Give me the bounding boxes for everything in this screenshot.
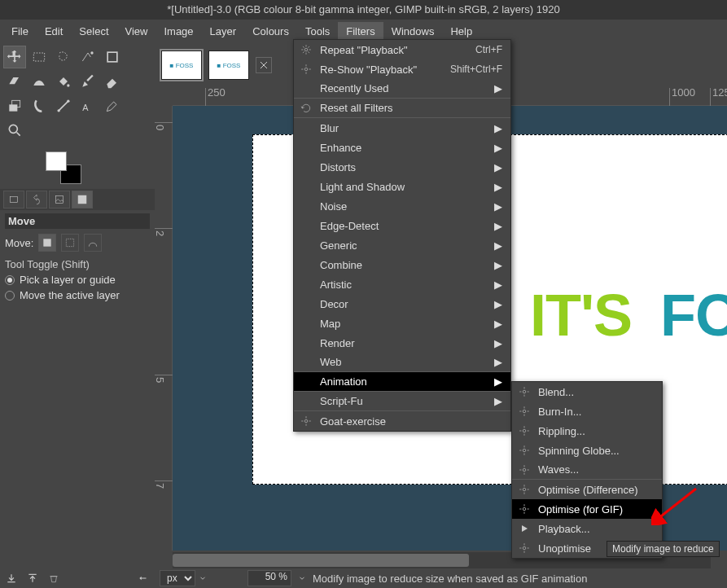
dock-tab-images[interactable] (49, 191, 70, 208)
filters-render[interactable]: Render▶ (294, 333, 510, 353)
filters-artistic[interactable]: Artistic▶ (294, 274, 510, 294)
window-title: *[Untitled]-3.0 (RGB colour 8-bit gamma … (0, 0, 727, 20)
tool-smudge[interactable] (28, 94, 50, 117)
move-mode-label: Move: (5, 237, 33, 249)
dock-tab-device-status[interactable] (3, 191, 24, 208)
svg-point-1 (90, 51, 93, 54)
tool-free-select[interactable] (52, 46, 75, 68)
filters-script-fu[interactable]: Script-Fu▶ (294, 392, 510, 411)
filters-recently-used[interactable]: Recently Used▶ (294, 79, 510, 99)
animation-rippling[interactable]: Rippling... (512, 421, 662, 441)
menu-windows[interactable]: Windows (383, 22, 443, 41)
zoom-level[interactable]: 50 % (247, 570, 291, 586)
filters-reshow[interactable]: Re-Show "Playback" Shift+Ctrl+F (294, 59, 510, 79)
dock-tabs (0, 189, 155, 210)
dock-tab-undo-history[interactable] (26, 191, 47, 208)
close-icon (259, 60, 269, 70)
animation-playback[interactable]: Playback... (512, 519, 662, 538)
animation-burnin[interactable]: Burn-In... (512, 402, 662, 421)
tool-color-picker[interactable] (101, 94, 124, 117)
menu-file[interactable]: File (3, 22, 37, 41)
image-tab-close[interactable] (256, 57, 272, 73)
canvas-text-its: IT'S (530, 282, 632, 349)
animation-optimise-difference[interactable]: Optimise (Difference) (512, 480, 662, 499)
move-mode-path[interactable] (84, 234, 102, 252)
scrollbar-thumb[interactable] (173, 554, 469, 567)
filters-web[interactable]: Web▶ (294, 353, 510, 372)
unit-select[interactable]: px (160, 570, 195, 586)
animation-spinning-globe[interactable]: Spinning Globe... (512, 441, 662, 460)
bottom-restore-icon[interactable] (24, 570, 41, 586)
tool-paintbrush[interactable] (77, 70, 99, 93)
menu-image[interactable]: Image (155, 22, 201, 41)
svg-point-7 (67, 100, 69, 103)
filters-generic[interactable]: Generic▶ (294, 235, 510, 255)
bottom-delete-icon[interactable] (46, 570, 62, 586)
fg-color-swatch[interactable] (46, 151, 67, 171)
animation-blend[interactable]: Blend... (512, 382, 662, 402)
tool-paths[interactable] (52, 94, 75, 117)
menu-help[interactable]: Help (442, 22, 480, 41)
animation-optimise-gif[interactable]: Optimise (for GIF) (512, 499, 662, 519)
svg-rect-4 (9, 104, 17, 111)
ruler-h-tick: 1250 (710, 88, 727, 106)
svg-point-19 (523, 410, 526, 413)
dock-tab-tool-options[interactable] (72, 191, 93, 208)
filters-goat-exercise[interactable]: Goat-exercise (294, 411, 510, 431)
color-swatch[interactable] (0, 147, 155, 189)
tool-crop[interactable] (101, 46, 124, 68)
tool-unified-transform[interactable] (3, 70, 26, 93)
bottom-save-icon[interactable] (3, 570, 20, 586)
radio-pick-layer[interactable]: Pick a layer or guide (5, 274, 150, 286)
move-mode-layer[interactable] (38, 234, 56, 252)
tool-eraser[interactable] (101, 70, 124, 93)
filters-reset-all[interactable]: Reset all Filters (294, 99, 510, 118)
tool-options-title: Move (5, 213, 150, 229)
radio-move-active[interactable]: Move the active layer (5, 289, 150, 301)
left-dock: A Move Move: (0, 42, 155, 568)
image-tab-2[interactable]: ■ FOSS (208, 50, 249, 80)
filters-edge-detect[interactable]: Edge-Detect▶ (294, 216, 510, 235)
menu-tools[interactable]: Tools (297, 22, 338, 41)
svg-text:A: A (82, 103, 89, 112)
tool-move[interactable] (3, 46, 26, 68)
gear-icon (300, 415, 312, 427)
menu-filters[interactable]: Filters (338, 22, 383, 41)
tool-fuzzy-select[interactable] (77, 46, 99, 68)
menu-select[interactable]: Select (71, 22, 116, 41)
filters-noise[interactable]: Noise▶ (294, 196, 510, 216)
filters-light-shadow[interactable]: Light and Shadow▶ (294, 177, 510, 196)
tool-zoom[interactable] (3, 119, 26, 142)
menu-layer[interactable]: Layer (202, 22, 245, 41)
tool-warp[interactable] (28, 70, 50, 93)
ruler-v-tick: 7 (155, 480, 173, 489)
ruler-h-tick: 250 (205, 88, 226, 106)
radio-icon (5, 275, 15, 285)
filters-animation[interactable]: Animation▶ (294, 372, 510, 392)
filters-map[interactable]: Map▶ (294, 314, 510, 333)
filters-blur[interactable]: Blur▶ (294, 118, 510, 138)
menu-view[interactable]: View (117, 22, 156, 41)
move-mode-selection[interactable] (61, 234, 79, 252)
filters-enhance[interactable]: Enhance▶ (294, 138, 510, 157)
filters-decor[interactable]: Decor▶ (294, 294, 510, 314)
image-tab-1[interactable]: ■ FOSS (161, 50, 202, 80)
filters-combine[interactable]: Combine▶ (294, 255, 510, 274)
ruler-v-tick: 0 (155, 122, 173, 130)
tool-clone[interactable] (3, 94, 26, 117)
menu-colours[interactable]: Colours (244, 22, 297, 41)
ruler-vertical[interactable]: 0 2 5 7 (155, 106, 173, 551)
ruler-v-tick: 2 (155, 228, 173, 236)
tool-text[interactable]: A (77, 94, 99, 117)
filters-distorts[interactable]: Distorts▶ (294, 157, 510, 177)
bottom-reset-icon[interactable] (135, 570, 151, 586)
animation-waves[interactable]: Waves... (512, 460, 662, 480)
gear-icon (300, 64, 312, 75)
left-panel-bottom-bar (0, 568, 155, 588)
tool-bucket-fill[interactable] (52, 70, 75, 93)
menu-edit[interactable]: Edit (37, 22, 71, 41)
tool-rect-select[interactable] (28, 46, 50, 68)
statusbar: px 50 % Modify image to reduce size when… (155, 568, 727, 588)
filters-repeat[interactable]: Repeat "Playback" Ctrl+F (294, 40, 510, 59)
tool-options-panel: Move Move: Tool Toggle (Shift) Pick a la… (0, 210, 155, 305)
